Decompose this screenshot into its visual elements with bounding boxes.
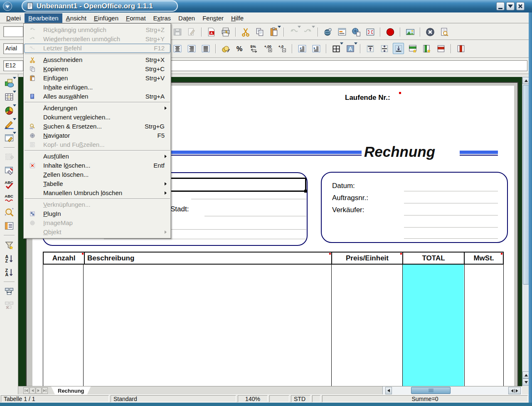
align-center-button[interactable]	[172, 43, 183, 54]
first-sheet-button[interactable]	[23, 387, 29, 394]
navigator-ball-button[interactable]	[322, 26, 333, 37]
cell-reference-box[interactable]: E12	[3, 60, 23, 71]
table-header-total[interactable]: TOTAL	[402, 253, 464, 264]
menu-item-einfügen[interactable]: EinfügenStrg+V	[24, 74, 170, 83]
menubar-item-datei[interactable]: Datei	[2, 13, 25, 23]
data-sources-button[interactable]	[3, 220, 15, 231]
print-button[interactable]	[220, 26, 231, 37]
menu-item-suchen-&-ersetzen[interactable]: Suchen & Ersetzen...Strg+G	[24, 122, 170, 131]
status-sum[interactable]: Summe=0	[322, 395, 528, 402]
horizontal-scrollbar[interactable]	[382, 386, 522, 395]
menubar-item-bearbeiten[interactable]: Bearbeiten	[25, 13, 62, 23]
window-menu-button[interactable]	[3, 2, 12, 11]
menubar-item-einfügen[interactable]: Einfügen	[90, 13, 122, 23]
export-pdf-button[interactable]: A	[206, 26, 217, 37]
gallery-icon	[405, 27, 415, 37]
delete-row-button[interactable]	[435, 43, 446, 54]
draw-functions-button[interactable]	[3, 119, 15, 130]
record-button[interactable]	[384, 26, 396, 37]
sort-descending-button[interactable]: ZA	[3, 267, 15, 278]
menu-item-inhalte-einfügen[interactable]: Inhalte einfügen...	[24, 83, 170, 92]
total-column-fill[interactable]	[403, 265, 464, 386]
fill-handle[interactable]	[304, 190, 307, 193]
menu-item-navigator[interactable]: NavigatorF5	[24, 131, 170, 140]
copy-button[interactable]	[254, 26, 265, 37]
sheet-tab-rechnung[interactable]: Rechnung	[51, 386, 91, 394]
table-header-preis-einheit[interactable]: Preis/Einheit	[331, 253, 402, 264]
horizontal-scrollbar-thumb[interactable]	[411, 387, 451, 394]
menubar-item-fenster[interactable]: Fenster	[199, 13, 227, 23]
percent-button[interactable]: %	[234, 43, 245, 54]
menu-item-tabelle[interactable]: Tabelle	[24, 179, 170, 188]
status-mode[interactable]: STD	[291, 395, 310, 402]
insert-column-button[interactable]	[421, 43, 432, 54]
decrease-indent-button[interactable]	[296, 43, 308, 54]
menu-item-alles-auswählen[interactable]: Alles auswählenStrg+A	[24, 92, 170, 101]
menu-item-ausfüllen[interactable]: Ausfüllen	[24, 152, 170, 161]
background-color-button[interactable]: A	[345, 43, 356, 54]
autofilter-button[interactable]	[3, 239, 15, 250]
zoom-button[interactable]	[365, 26, 376, 37]
menu-item-manuellen-umbruch-löschen[interactable]: Manuellen Umbruch löschen	[24, 188, 170, 198]
menu-item-ausschneiden[interactable]: AusschneidenStrg+X	[24, 55, 170, 64]
autoformat-button[interactable]	[3, 165, 15, 176]
insert-object-button[interactable]	[3, 105, 15, 116]
status-page-style[interactable]: Standard	[111, 395, 236, 402]
insert-row-button[interactable]	[407, 43, 418, 54]
scroll-right-split-button[interactable]	[508, 387, 521, 394]
exchange-format-button[interactable]: $%	[248, 43, 259, 54]
group-button[interactable]	[3, 286, 15, 297]
last-sheet-button[interactable]	[42, 387, 48, 394]
spellcheck-button[interactable]: ABC	[3, 179, 15, 190]
gallery-button[interactable]	[404, 26, 416, 37]
delete-column-button[interactable]	[455, 43, 466, 54]
minimize-button[interactable]	[496, 2, 505, 10]
shade-button[interactable]	[506, 2, 515, 10]
autospellcheck-button[interactable]: ABC	[3, 193, 15, 204]
previous-sheet-button[interactable]	[30, 387, 35, 394]
menu-item-kopf-und-fußzeilen: Kopf- und Fußzeilen...	[24, 140, 170, 149]
add-decimal-button[interactable]: +,00	[262, 43, 273, 54]
status-sheet-info[interactable]: Tabelle 1 / 1	[1, 395, 109, 402]
next-sheet-button[interactable]	[36, 387, 42, 394]
form-button[interactable]	[3, 132, 15, 144]
align-middle-button[interactable]	[379, 43, 390, 54]
menu-item-änderungen[interactable]: Änderungen	[24, 104, 170, 113]
align-top-button[interactable]	[365, 43, 376, 54]
page-preview-button[interactable]	[438, 26, 450, 37]
table-header-mwst[interactable]: MwSt.	[464, 253, 503, 264]
increase-indent-button[interactable]	[310, 43, 322, 54]
justify-button[interactable]	[200, 43, 211, 54]
align-right-button[interactable]	[186, 43, 197, 54]
insert-cells-button[interactable]	[3, 91, 15, 102]
menubar-item-hilfe[interactable]: Hilfe	[227, 13, 247, 23]
menubar-item-format[interactable]: Format	[122, 13, 150, 23]
sort-ascending-button[interactable]: AZ	[3, 253, 15, 264]
stop-button[interactable]	[424, 26, 436, 37]
find-button[interactable]	[3, 206, 15, 218]
borders-button[interactable]	[330, 43, 342, 54]
status-zoom[interactable]: 140%	[238, 395, 268, 402]
menu-item-inhalte-löschen[interactable]: Inhalte löschen...Entf	[24, 161, 170, 170]
menu-item-plugin[interactable]: PlugIn	[24, 209, 170, 218]
menu-item-zellen-löschen[interactable]: Zellen löschen...	[24, 170, 170, 179]
paste-button[interactable]	[268, 26, 279, 37]
menu-item-dokument-vergleichen[interactable]: Dokument vergleichen...	[24, 113, 170, 122]
table-header-anzahl[interactable]: Anzahl	[44, 253, 84, 264]
insert-button[interactable]	[3, 77, 15, 89]
menubar-item-extras[interactable]: Extras	[150, 13, 175, 23]
currency-button[interactable]	[220, 43, 231, 54]
scroll-left-button[interactable]	[385, 387, 392, 394]
cut-button[interactable]	[240, 26, 251, 37]
close-button[interactable]	[516, 2, 525, 10]
font-name-combo[interactable]: Arial	[3, 43, 23, 54]
menubar-item-ansicht[interactable]: Ansicht	[62, 13, 90, 23]
align-bottom-button[interactable]	[393, 43, 404, 54]
stylist-button[interactable]	[336, 26, 347, 37]
menubar-item-daten[interactable]: Daten	[175, 13, 199, 23]
menu-item-kopieren[interactable]: KopierenStrg+C	[24, 64, 170, 74]
hyperlink-button[interactable]	[350, 26, 362, 37]
load-url-combo[interactable]	[3, 26, 23, 37]
table-header-beschreibung[interactable]: Beschreibung	[84, 253, 331, 264]
remove-decimal-button[interactable]: +,0	[276, 43, 288, 54]
